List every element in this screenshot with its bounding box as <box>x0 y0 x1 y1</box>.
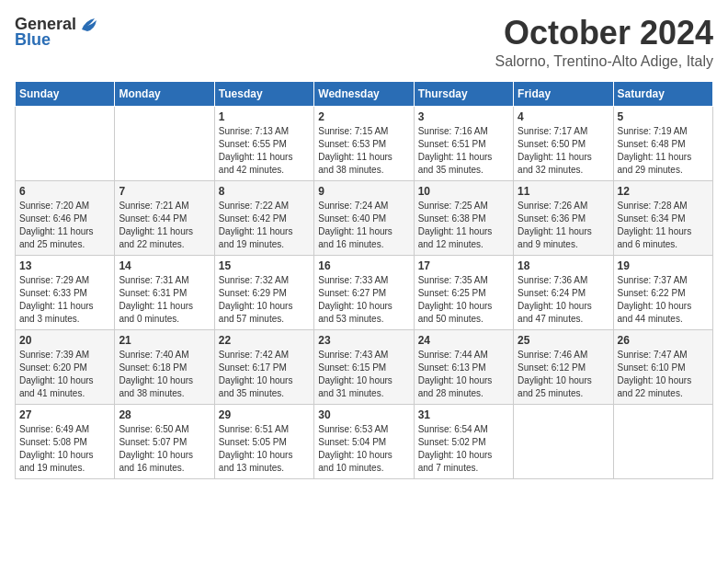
calendar-cell <box>115 106 214 180</box>
location-title: Salorno, Trentino-Alto Adige, Italy <box>495 53 713 70</box>
calendar-cell <box>514 404 613 478</box>
calendar-cell: 23Sunrise: 7:43 AM Sunset: 6:15 PM Dayli… <box>314 329 414 404</box>
day-number: 24 <box>418 334 509 347</box>
title-block: October 2024 Salorno, Trentino-Alto Adig… <box>495 15 713 70</box>
calendar-cell: 13Sunrise: 7:29 AM Sunset: 6:33 PM Dayli… <box>16 255 115 329</box>
day-number: 20 <box>19 334 110 347</box>
day-number: 17 <box>418 259 509 272</box>
day-number: 6 <box>19 185 110 198</box>
calendar-week-4: 20Sunrise: 7:39 AM Sunset: 6:20 PM Dayli… <box>16 329 713 404</box>
logo: General Blue <box>15 15 98 50</box>
weekday-header-monday: Monday <box>115 81 214 106</box>
cell-info: Sunrise: 7:32 AM Sunset: 6:29 PM Dayligh… <box>219 274 310 326</box>
cell-info: Sunrise: 7:15 AM Sunset: 6:53 PM Dayligh… <box>318 125 409 177</box>
day-number: 12 <box>618 185 709 198</box>
day-number: 31 <box>418 408 509 421</box>
weekday-header-row: SundayMondayTuesdayWednesdayThursdayFrid… <box>16 81 713 106</box>
day-number: 25 <box>518 334 609 347</box>
calendar-week-2: 6Sunrise: 7:20 AM Sunset: 6:46 PM Daylig… <box>16 180 713 255</box>
calendar-cell: 3Sunrise: 7:16 AM Sunset: 6:51 PM Daylig… <box>414 106 513 180</box>
day-number: 21 <box>119 334 210 347</box>
day-number: 13 <box>19 259 110 272</box>
weekday-header-thursday: Thursday <box>414 81 513 106</box>
cell-info: Sunrise: 7:25 AM Sunset: 6:38 PM Dayligh… <box>418 200 509 251</box>
calendar-cell <box>613 404 712 478</box>
calendar-cell: 25Sunrise: 7:46 AM Sunset: 6:12 PM Dayli… <box>514 329 613 404</box>
calendar-cell: 27Sunrise: 6:49 AM Sunset: 5:08 PM Dayli… <box>16 404 115 478</box>
cell-info: Sunrise: 7:26 AM Sunset: 6:36 PM Dayligh… <box>518 200 609 251</box>
day-number: 27 <box>19 408 110 421</box>
cell-info: Sunrise: 6:51 AM Sunset: 5:05 PM Dayligh… <box>219 423 310 475</box>
calendar-cell: 11Sunrise: 7:26 AM Sunset: 6:36 PM Dayli… <box>514 180 613 255</box>
calendar-cell: 9Sunrise: 7:24 AM Sunset: 6:40 PM Daylig… <box>314 180 414 255</box>
weekday-header-friday: Friday <box>514 81 613 106</box>
month-title: October 2024 <box>495 15 713 52</box>
calendar-cell: 8Sunrise: 7:22 AM Sunset: 6:42 PM Daylig… <box>214 180 313 255</box>
logo-bird-icon <box>78 17 98 33</box>
page-header: General Blue October 2024 Salorno, Trent… <box>15 15 713 70</box>
cell-info: Sunrise: 7:42 AM Sunset: 6:17 PM Dayligh… <box>219 349 310 400</box>
cell-info: Sunrise: 7:35 AM Sunset: 6:25 PM Dayligh… <box>418 274 509 326</box>
day-number: 29 <box>219 408 310 421</box>
calendar-week-1: 1Sunrise: 7:13 AM Sunset: 6:55 PM Daylig… <box>16 106 713 180</box>
calendar-cell: 22Sunrise: 7:42 AM Sunset: 6:17 PM Dayli… <box>214 329 313 404</box>
calendar-cell: 20Sunrise: 7:39 AM Sunset: 6:20 PM Dayli… <box>16 329 115 404</box>
day-number: 2 <box>318 110 409 123</box>
calendar-cell: 24Sunrise: 7:44 AM Sunset: 6:13 PM Dayli… <box>414 329 513 404</box>
day-number: 16 <box>318 259 409 272</box>
calendar-cell: 12Sunrise: 7:28 AM Sunset: 6:34 PM Dayli… <box>613 180 712 255</box>
day-number: 10 <box>418 185 509 198</box>
cell-info: Sunrise: 7:43 AM Sunset: 6:15 PM Dayligh… <box>318 349 409 400</box>
cell-info: Sunrise: 7:24 AM Sunset: 6:40 PM Dayligh… <box>318 200 409 251</box>
calendar-cell: 2Sunrise: 7:15 AM Sunset: 6:53 PM Daylig… <box>314 106 414 180</box>
calendar-week-3: 13Sunrise: 7:29 AM Sunset: 6:33 PM Dayli… <box>16 255 713 329</box>
calendar-cell: 6Sunrise: 7:20 AM Sunset: 6:46 PM Daylig… <box>16 180 115 255</box>
day-number: 15 <box>219 259 310 272</box>
calendar-cell: 26Sunrise: 7:47 AM Sunset: 6:10 PM Dayli… <box>613 329 712 404</box>
cell-info: Sunrise: 7:19 AM Sunset: 6:48 PM Dayligh… <box>618 125 709 177</box>
day-number: 28 <box>119 408 210 421</box>
calendar-cell: 31Sunrise: 6:54 AM Sunset: 5:02 PM Dayli… <box>414 404 513 478</box>
cell-info: Sunrise: 7:21 AM Sunset: 6:44 PM Dayligh… <box>119 200 210 251</box>
calendar-cell: 5Sunrise: 7:19 AM Sunset: 6:48 PM Daylig… <box>613 106 712 180</box>
calendar-cell: 14Sunrise: 7:31 AM Sunset: 6:31 PM Dayli… <box>115 255 214 329</box>
day-number: 30 <box>318 408 409 421</box>
cell-info: Sunrise: 7:44 AM Sunset: 6:13 PM Dayligh… <box>418 349 509 400</box>
cell-info: Sunrise: 6:50 AM Sunset: 5:07 PM Dayligh… <box>119 423 210 475</box>
day-number: 22 <box>219 334 310 347</box>
day-number: 9 <box>318 185 409 198</box>
cell-info: Sunrise: 7:31 AM Sunset: 6:31 PM Dayligh… <box>119 274 210 326</box>
day-number: 26 <box>618 334 709 347</box>
cell-info: Sunrise: 6:53 AM Sunset: 5:04 PM Dayligh… <box>318 423 409 475</box>
day-number: 4 <box>518 110 609 123</box>
logo-blue-text: Blue <box>15 30 51 50</box>
cell-info: Sunrise: 7:22 AM Sunset: 6:42 PM Dayligh… <box>219 200 310 251</box>
calendar-cell <box>16 106 115 180</box>
weekday-header-saturday: Saturday <box>613 81 712 106</box>
calendar-cell: 4Sunrise: 7:17 AM Sunset: 6:50 PM Daylig… <box>514 106 613 180</box>
cell-info: Sunrise: 7:17 AM Sunset: 6:50 PM Dayligh… <box>518 125 609 177</box>
weekday-header-tuesday: Tuesday <box>214 81 313 106</box>
calendar-cell: 16Sunrise: 7:33 AM Sunset: 6:27 PM Dayli… <box>314 255 414 329</box>
day-number: 23 <box>318 334 409 347</box>
day-number: 7 <box>119 185 210 198</box>
day-number: 5 <box>618 110 709 123</box>
day-number: 11 <box>518 185 609 198</box>
cell-info: Sunrise: 7:37 AM Sunset: 6:22 PM Dayligh… <box>618 274 709 326</box>
day-number: 19 <box>618 259 709 272</box>
cell-info: Sunrise: 7:20 AM Sunset: 6:46 PM Dayligh… <box>19 200 110 251</box>
cell-info: Sunrise: 7:46 AM Sunset: 6:12 PM Dayligh… <box>518 349 609 400</box>
day-number: 14 <box>119 259 210 272</box>
calendar-cell: 19Sunrise: 7:37 AM Sunset: 6:22 PM Dayli… <box>613 255 712 329</box>
calendar-cell: 10Sunrise: 7:25 AM Sunset: 6:38 PM Dayli… <box>414 180 513 255</box>
cell-info: Sunrise: 7:40 AM Sunset: 6:18 PM Dayligh… <box>119 349 210 400</box>
cell-info: Sunrise: 7:13 AM Sunset: 6:55 PM Dayligh… <box>219 125 310 177</box>
cell-info: Sunrise: 7:28 AM Sunset: 6:34 PM Dayligh… <box>618 200 709 251</box>
calendar-body: 1Sunrise: 7:13 AM Sunset: 6:55 PM Daylig… <box>16 106 713 478</box>
weekday-header-sunday: Sunday <box>16 81 115 106</box>
day-number: 3 <box>418 110 509 123</box>
calendar-week-5: 27Sunrise: 6:49 AM Sunset: 5:08 PM Dayli… <box>16 404 713 478</box>
cell-info: Sunrise: 7:33 AM Sunset: 6:27 PM Dayligh… <box>318 274 409 326</box>
calendar-cell: 7Sunrise: 7:21 AM Sunset: 6:44 PM Daylig… <box>115 180 214 255</box>
cell-info: Sunrise: 7:47 AM Sunset: 6:10 PM Dayligh… <box>618 349 709 400</box>
